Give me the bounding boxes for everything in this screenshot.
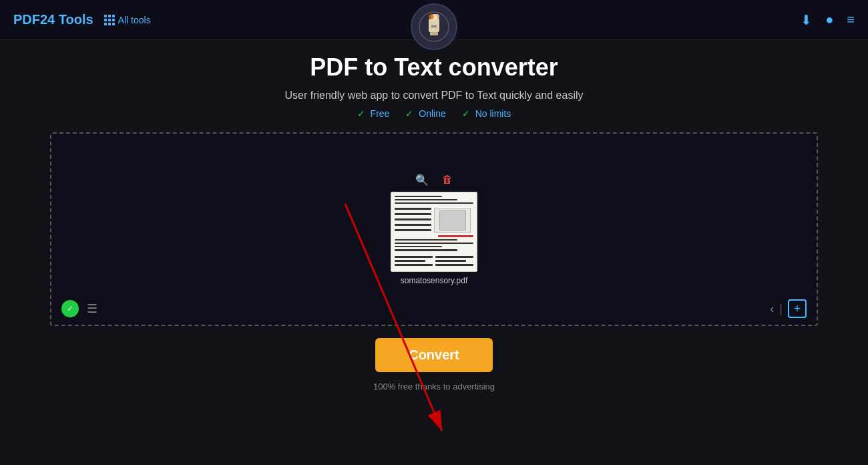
svg-point-7 (434, 14, 439, 19)
feature-free: ✓ Free (357, 108, 390, 119)
drop-zone[interactable]: 🔍 🗑 (50, 132, 818, 326)
subtitle: User friendly web app to convert PDF to … (284, 90, 583, 102)
feature-online: ✓ Online (405, 108, 445, 119)
feature-nolimits: ✓ No limits (462, 108, 511, 119)
list-view-icon[interactable]: ☰ (87, 301, 97, 316)
drop-zone-bottom: ✓ ☰ ‹ | + (61, 299, 807, 318)
pdf-thumbnail (391, 192, 477, 272)
free-text: 100% free thanks to advertising (373, 381, 495, 392)
nav-left-icon[interactable]: ‹ (770, 302, 774, 316)
all-tools-label: All tools (118, 15, 151, 25)
pdf-filename: somatosensory.pdf (401, 276, 468, 285)
bottom-right-controls: ‹ | + (770, 299, 807, 318)
page-title: PDF to Text converter (310, 53, 558, 82)
check-icon-online: ✓ (405, 108, 413, 119)
file-actions: 🔍 🗑 (415, 174, 453, 186)
header-left: PDF24 Tools All tools (13, 12, 151, 27)
bottom-left-controls: ✓ ☰ (61, 300, 97, 317)
svg-rect-2 (430, 32, 438, 35)
header-center-logo (411, 3, 457, 50)
blender-logo-svg (418, 11, 450, 43)
zoom-icon[interactable]: 🔍 (415, 174, 429, 186)
header-right: ⬇ ● ≡ (801, 12, 855, 28)
features-list: ✓ Free ✓ Online ✓ No limits (357, 108, 511, 119)
delete-icon[interactable]: 🗑 (442, 174, 453, 186)
logo[interactable]: PDF24 Tools (13, 12, 93, 27)
add-file-button[interactable]: + (788, 299, 807, 318)
svg-point-6 (429, 14, 434, 19)
profile-icon[interactable]: ● (825, 12, 833, 27)
grid-icon (104, 15, 115, 25)
file-card: 🔍 🗑 (391, 174, 477, 285)
main-content: PDF to Text converter User friendly web … (0, 40, 868, 392)
shield-check-icon: ✓ (61, 300, 79, 317)
logo-circle (411, 3, 457, 50)
menu-icon[interactable]: ≡ (847, 12, 855, 27)
check-icon-free: ✓ (357, 108, 365, 119)
header: PDF24 Tools All tools (0, 0, 868, 40)
all-tools-link[interactable]: All tools (104, 15, 151, 25)
convert-button[interactable]: Convert (375, 338, 493, 372)
divider: | (779, 302, 783, 316)
download-icon[interactable]: ⬇ (801, 12, 812, 28)
check-icon-nolimits: ✓ (462, 108, 470, 119)
